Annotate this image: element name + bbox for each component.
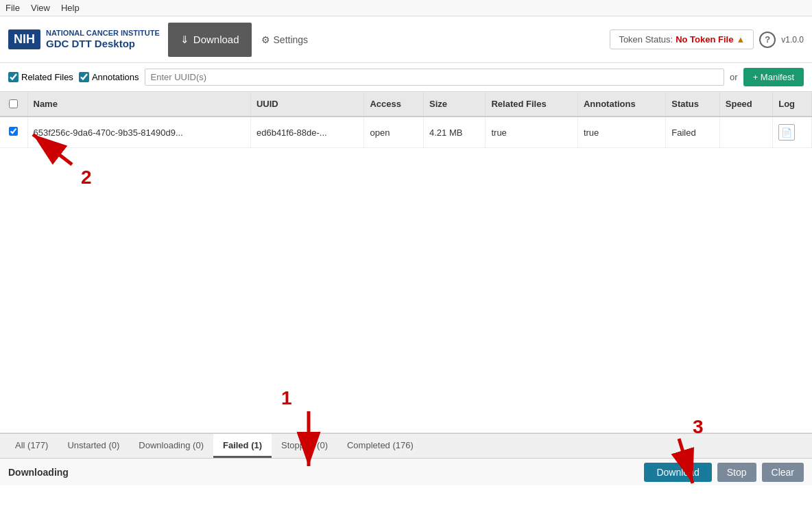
nih-box: NIH <box>8 29 40 49</box>
manifest-button[interactable]: + Manifest <box>743 68 804 86</box>
col-access[interactable]: Access <box>364 92 424 117</box>
or-text: or <box>730 72 738 82</box>
status-tab[interactable]: All (177) <box>5 434 58 458</box>
files-table: Name UUID Access Size Related Files Anno… <box>0 92 812 148</box>
status-tab[interactable]: Completed (176) <box>337 434 423 458</box>
row-speed <box>719 117 772 148</box>
status-tab[interactable]: Downloading (0) <box>129 434 213 458</box>
warning-icon: ▲ <box>736 34 745 45</box>
downloading-label: Downloading <box>8 467 69 478</box>
col-speed[interactable]: Speed <box>719 92 772 117</box>
menu-view[interactable]: View <box>31 3 50 13</box>
annotations-checkbox-label[interactable]: Annotations <box>79 72 139 82</box>
header: NIH NATIONAL CANCER INSTITUTE GDC DTT De… <box>0 16 812 63</box>
row-checkbox-cell[interactable] <box>0 117 27 148</box>
status-tabs: All (177)Unstarted (0)Downloading (0)Fai… <box>0 433 812 458</box>
clear-button[interactable]: Clear <box>762 463 804 482</box>
col-annotations[interactable]: Annotations <box>577 92 665 117</box>
table-row: 653f256c-9da6-470c-9b35-81490d9... ed6b4… <box>0 117 812 148</box>
row-log[interactable]: 📄 <box>773 117 812 148</box>
token-status: Token Status: No Token File ▲ <box>610 29 754 49</box>
nih-text: NATIONAL CANCER INSTITUTE GDC DTT Deskto… <box>46 29 160 50</box>
row-access: open <box>364 117 424 148</box>
org-line2: GDC DTT Desktop <box>46 38 160 50</box>
menubar: File View Help <box>0 0 812 16</box>
status-tab[interactable]: Failed (1) <box>213 434 272 458</box>
col-uuid[interactable]: UUID <box>250 92 363 117</box>
row-annotations: true <box>577 117 665 148</box>
col-related-files[interactable]: Related Files <box>486 92 577 117</box>
row-related-files: true <box>486 117 577 148</box>
settings-button-label: Settings <box>274 34 309 45</box>
help-button[interactable]: ? <box>759 32 776 48</box>
row-status: Failed <box>666 117 719 148</box>
settings-button[interactable]: ⚙ Settings <box>252 29 318 51</box>
table-header-row: Name UUID Access Size Related Files Anno… <box>0 92 812 117</box>
stop-button[interactable]: Stop <box>717 463 756 482</box>
nih-logo: NIH NATIONAL CANCER INSTITUTE GDC DTT De… <box>8 29 160 50</box>
annotations-label: Annotations <box>92 72 139 82</box>
col-name[interactable]: Name <box>27 92 250 117</box>
token-label: Token Status: <box>619 34 673 45</box>
log-icon[interactable]: 📄 <box>778 124 795 141</box>
row-uuid: ed6b41f6-88de-... <box>250 117 363 148</box>
download-button-label: Download <box>193 34 239 45</box>
related-files-checkbox-label[interactable]: Related Files <box>8 72 73 82</box>
download-icon: ⇓ <box>180 34 189 46</box>
download-button[interactable]: ⇓ Download <box>168 23 252 57</box>
col-log[interactable]: Log <box>773 92 812 117</box>
main-content: Name UUID Access Size Related Files Anno… <box>0 92 812 458</box>
status-tab[interactable]: Stopped (0) <box>272 434 337 458</box>
menu-file[interactable]: File <box>5 3 20 13</box>
status-tab[interactable]: Unstarted (0) <box>58 434 129 458</box>
version-label: v1.0.0 <box>781 35 804 45</box>
related-files-checkbox[interactable] <box>8 72 19 82</box>
annotations-checkbox[interactable] <box>79 72 89 82</box>
uuid-input[interactable] <box>145 69 725 86</box>
gear-icon: ⚙ <box>261 34 270 45</box>
related-files-label: Related Files <box>21 72 73 82</box>
col-size[interactable]: Size <box>423 92 485 117</box>
bottom-download-button[interactable]: Download <box>644 463 711 482</box>
token-value: No Token File <box>676 34 733 45</box>
menu-help[interactable]: Help <box>61 3 80 13</box>
row-size: 4.21 MB <box>423 117 485 148</box>
col-checkbox[interactable] <box>0 92 27 117</box>
row-checkbox[interactable] <box>9 127 18 136</box>
filterbar: Related Files Annotations or + Manifest <box>0 63 812 92</box>
table-container: Name UUID Access Size Related Files Anno… <box>0 92 812 433</box>
org-line1: NATIONAL CANCER INSTITUTE <box>46 29 160 38</box>
bottom-bar: Downloading Download Stop Clear <box>0 458 812 485</box>
table-body: 653f256c-9da6-470c-9b35-81490d9... ed6b4… <box>0 117 812 148</box>
select-all-checkbox[interactable] <box>9 99 18 108</box>
col-status[interactable]: Status <box>666 92 719 117</box>
row-name: 653f256c-9da6-470c-9b35-81490d9... <box>27 117 250 148</box>
